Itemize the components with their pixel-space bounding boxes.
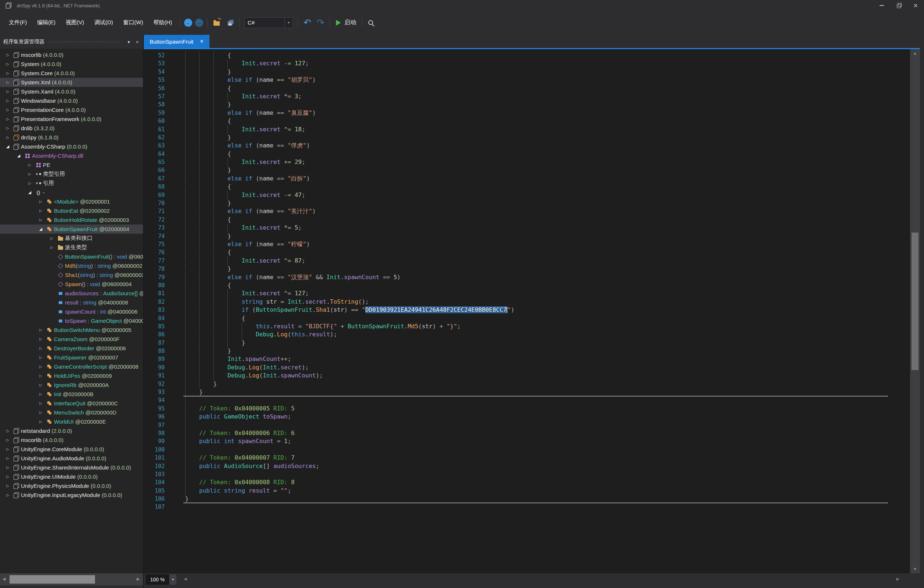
- expander-collapsed-icon[interactable]: ▷: [4, 108, 12, 112]
- tree-item[interactable]: ▷mscorlib (4.0.0.0): [0, 435, 143, 444]
- expander-collapsed-icon[interactable]: ▷: [4, 438, 12, 442]
- expander-open-icon[interactable]: ◢: [15, 153, 23, 158]
- code-line[interactable]: 83if (ButtonSpawnFruit.Sha1(str) == "DD0…: [144, 306, 910, 314]
- tree-item[interactable]: ▷ButtonEat @02000002: [0, 206, 143, 215]
- tab-close-icon[interactable]: ×: [200, 38, 203, 45]
- expander-collapsed-icon[interactable]: ▷: [4, 484, 12, 488]
- code-line[interactable]: 94: [144, 396, 910, 404]
- close-button[interactable]: ×: [907, 0, 924, 11]
- code-line[interactable]: 74}: [144, 232, 910, 240]
- expander-collapsed-icon[interactable]: ▷: [4, 99, 12, 103]
- code-line[interactable]: 93}: [144, 388, 910, 396]
- restore-button[interactable]: [890, 0, 907, 11]
- tree-item[interactable]: ▷GameControllerScript @02000008: [0, 362, 143, 371]
- tree-item[interactable]: ▷mscorlib (4.0.0.0): [0, 50, 143, 59]
- scrollbar-thumb[interactable]: [911, 233, 919, 370]
- tree-item[interactable]: Sha1(string) : string @06000003: [0, 270, 143, 279]
- code-line[interactable]: 62}: [144, 134, 910, 142]
- code-line[interactable]: 80{: [144, 281, 910, 289]
- code-line[interactable]: 57Init.secret *= 3;: [144, 92, 910, 101]
- tree-item[interactable]: ▷类型引用: [0, 170, 143, 178]
- scroll-right-icon[interactable]: ▶: [896, 577, 899, 581]
- tree-item[interactable]: ▷WorldUI @0200000E: [0, 417, 143, 426]
- code-line[interactable]: 64{: [144, 150, 910, 158]
- expander-collapsed-icon[interactable]: ▷: [4, 135, 12, 139]
- code-line[interactable]: 55else if (name == "胡罗贝"): [144, 76, 910, 84]
- tree-item[interactable]: ▷基类和接口: [0, 234, 143, 243]
- expander-collapsed-icon[interactable]: ▷: [4, 62, 12, 66]
- navigate-forward-button[interactable]: →: [195, 19, 203, 27]
- tree-item[interactable]: ▷Init @0200000B: [0, 390, 143, 399]
- scroll-down-icon[interactable]: ▼: [910, 567, 920, 571]
- code-line[interactable]: 77Init.secret ^= 87;: [144, 257, 910, 265]
- expander-collapsed-icon[interactable]: ▷: [37, 218, 45, 222]
- code-line[interactable]: 72{: [144, 216, 910, 224]
- tree-item[interactable]: ▷UnityEngine.InputLegacyModule (0.0.0.0): [0, 491, 143, 500]
- expander-collapsed-icon[interactable]: ▷: [37, 200, 45, 203]
- code-line[interactable]: 65Init.secret += 29;: [144, 158, 910, 166]
- expander-collapsed-icon[interactable]: ▷: [4, 117, 12, 121]
- code-line[interactable]: 84{: [144, 314, 910, 322]
- code-line[interactable]: 81Init.secret ^= 127;: [144, 289, 910, 297]
- code-line[interactable]: 67else if (name == "白拆"): [144, 175, 910, 183]
- expander-collapsed-icon[interactable]: ▷: [4, 126, 12, 130]
- expander-collapsed-icon[interactable]: ▷: [48, 236, 56, 240]
- code-line[interactable]: 56{: [144, 84, 910, 92]
- code-line[interactable]: 66}: [144, 166, 910, 174]
- code-line[interactable]: 71else if (name == "美汁汁"): [144, 207, 910, 215]
- code-line[interactable]: 102public AudioSource[] audioSources;: [144, 462, 910, 470]
- language-selector[interactable]: C# ▾: [244, 17, 293, 28]
- expander-collapsed-icon[interactable]: ▷: [4, 493, 12, 497]
- code-line[interactable]: 98// Token: 0x04000006 RID: 6: [144, 429, 910, 437]
- expander-collapsed-icon[interactable]: ▷: [37, 374, 45, 378]
- expander-collapsed-icon[interactable]: ▷: [37, 420, 45, 424]
- tree-item[interactable]: ▷System.Core (4.0.0.0): [0, 69, 143, 78]
- tree-item[interactable]: toSpawn : GameObject @04000005: [0, 316, 143, 325]
- tree-item[interactable]: ▷PresentationCore (4.0.0.0): [0, 105, 143, 114]
- expander-collapsed-icon[interactable]: ▷: [37, 337, 45, 341]
- tree-item[interactable]: result : string @04000008: [0, 298, 143, 307]
- tree-item[interactable]: ▷PresentationFramework (4.0.0.0): [0, 114, 143, 124]
- tree-item[interactable]: ▷dnlib (3.3.2.0): [0, 124, 143, 133]
- code-line[interactable]: 58}: [144, 101, 910, 109]
- save-all-button[interactable]: [224, 18, 236, 28]
- tree-item[interactable]: ▷System.Xml (4.0.0.0): [0, 78, 143, 87]
- tree-item[interactable]: ▷CameraZoom @0200000F: [0, 335, 143, 344]
- menu-item-5[interactable]: 窗口(W): [118, 17, 148, 29]
- code-line[interactable]: 70}: [144, 199, 910, 207]
- panel-close-button[interactable]: ×: [134, 39, 141, 45]
- editor-horizontal-scrollbar[interactable]: ◀ ▶: [181, 573, 903, 585]
- search-button[interactable]: [366, 18, 377, 28]
- tree-item[interactable]: ButtonSpawnFruit() : void @06000001: [0, 252, 143, 261]
- zoom-value[interactable]: 100 %: [146, 575, 169, 585]
- expander-collapsed-icon[interactable]: ▷: [37, 328, 45, 332]
- tree-item[interactable]: ◢Assembly-CSharp.dll: [0, 151, 143, 160]
- sidebar-horizontal-scrollbar[interactable]: ◀ ▶: [0, 573, 143, 585]
- tree-item[interactable]: audioSources : AudioSource[] @04000007: [0, 289, 143, 298]
- tree-item[interactable]: ▷InterfaceQuit @0200000C: [0, 399, 143, 408]
- menu-item-1[interactable]: 文件(F): [4, 17, 32, 29]
- code-line[interactable]: 100: [144, 446, 910, 454]
- zoom-dropdown-button[interactable]: ▾: [170, 575, 177, 585]
- tree-item[interactable]: ◢Assembly-CSharp (0.0.0.0): [0, 142, 143, 151]
- code-line[interactable]: 99public int spawnCount = 1;: [144, 437, 910, 445]
- expander-collapsed-icon[interactable]: ▷: [48, 245, 56, 249]
- expander-collapsed-icon[interactable]: ▷: [26, 181, 34, 185]
- code-line[interactable]: 106}: [144, 495, 910, 503]
- expander-collapsed-icon[interactable]: ▷: [37, 383, 45, 387]
- code-line[interactable]: 53Init.secret -= 127;: [144, 59, 910, 68]
- expander-collapsed-icon[interactable]: ▷: [4, 447, 12, 451]
- undo-button[interactable]: ↶: [302, 18, 313, 28]
- expander-collapsed-icon[interactable]: ▷: [4, 71, 12, 75]
- expander-open-icon[interactable]: ◢: [26, 190, 34, 195]
- tree-item[interactable]: ▷派生类型: [0, 243, 143, 252]
- vertical-scrollbar[interactable]: ▲ ▼: [910, 49, 920, 573]
- tree-item[interactable]: ▷IgnoreRb @0200000A: [0, 380, 143, 390]
- tab-buttonspawnfruit[interactable]: ButtonSpawnFruit ×: [144, 35, 210, 48]
- expander-collapsed-icon[interactable]: ▷: [4, 466, 12, 469]
- expander-collapsed-icon[interactable]: ▷: [37, 410, 45, 415]
- code-line[interactable]: 52{: [144, 51, 910, 59]
- code-line[interactable]: 95// Token: 0x04000005 RID: 5: [144, 405, 910, 413]
- scrollbar-thumb[interactable]: [10, 575, 95, 584]
- code-line[interactable]: 85this.result = "BJDCTF{" + ButtonSpawnF…: [144, 322, 910, 330]
